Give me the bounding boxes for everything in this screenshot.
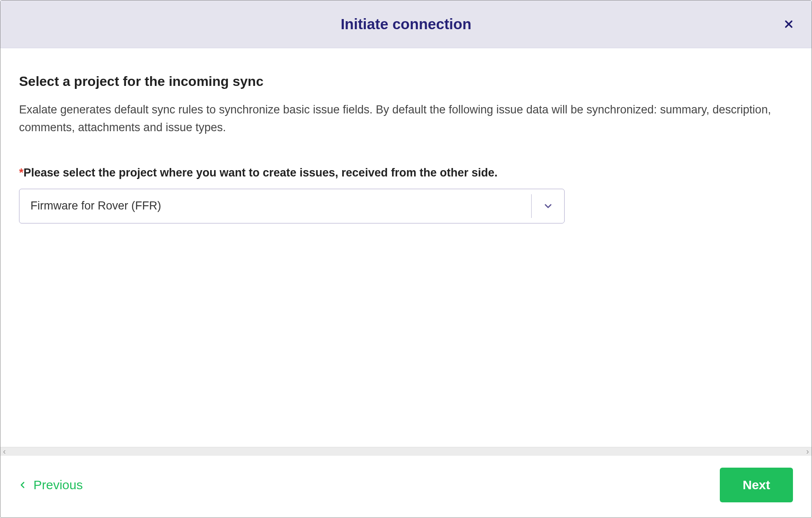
chevron-down-icon — [543, 201, 554, 212]
modal-body: Select a project for the incoming sync E… — [0, 48, 812, 447]
next-button[interactable]: Next — [720, 468, 793, 502]
modal-header: Initiate connection — [0, 0, 812, 48]
project-select[interactable]: Firmware for Rover (FFR) — [19, 189, 565, 223]
section-heading: Select a project for the incoming sync — [19, 74, 793, 89]
project-select-arrow — [531, 194, 564, 218]
initiate-connection-modal: Initiate connection Select a project for… — [0, 0, 812, 518]
modal-footer: Previous Next — [0, 455, 812, 518]
chevron-right-icon: › — [806, 446, 809, 456]
chevron-left-icon: ‹ — [3, 446, 6, 456]
chevron-left-icon — [19, 479, 27, 491]
modal-title: Initiate connection — [340, 16, 471, 33]
previous-button[interactable]: Previous — [19, 478, 83, 492]
horizontal-scrollbar[interactable]: ‹ › — [0, 447, 812, 455]
previous-label: Previous — [33, 478, 83, 492]
close-button[interactable] — [783, 18, 795, 30]
close-icon — [784, 19, 794, 29]
project-select-value: Firmware for Rover (FFR) — [19, 189, 531, 223]
field-label-text: Please select the project where you want… — [24, 166, 498, 179]
required-asterisk: * — [19, 166, 24, 179]
section-description: Exalate generates default sync rules to … — [19, 101, 780, 137]
project-field-label: *Please select the project where you wan… — [19, 166, 793, 179]
